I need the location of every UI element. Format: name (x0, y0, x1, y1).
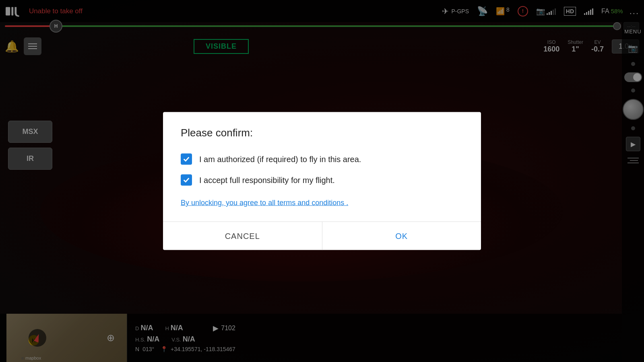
checkbox-2-label: I accept full responsibility for my flig… (199, 175, 335, 185)
checkbox-item-2: I accept full responsibility for my flig… (181, 175, 463, 186)
dialog-title: Please confirm: (181, 127, 463, 139)
confirm-dialog: Please confirm: I am authorized (if requ… (163, 112, 481, 250)
checkbox-2[interactable] (181, 175, 192, 186)
dialog-body: Please confirm: I am authorized (if requ… (163, 112, 481, 222)
checkbox-item-1: I am authorized (if required) to fly in … (181, 154, 463, 165)
terms-link[interactable]: By unlocking, you agree to all terms and… (181, 199, 463, 207)
dialog-actions: CANCEL OK (163, 222, 481, 250)
ok-button[interactable]: OK (322, 222, 481, 250)
cancel-button[interactable]: CANCEL (163, 222, 322, 250)
checkbox-1-label: I am authorized (if required) to fly in … (199, 154, 361, 164)
checkbox-1[interactable] (181, 154, 192, 165)
